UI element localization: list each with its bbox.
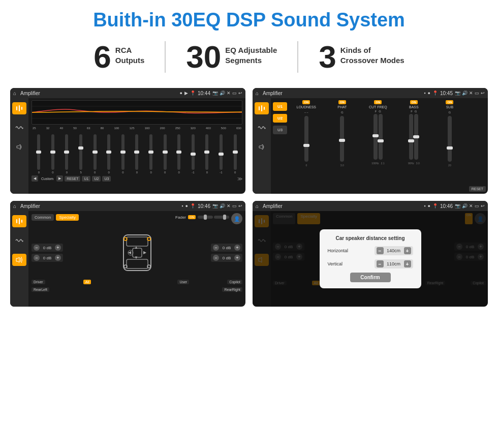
eq-slider-8[interactable]: 0 [145,134,158,174]
svg-rect-10 [19,218,20,224]
rec-icon-4: ▪ [424,203,425,208]
eq-slider-10[interactable]: 0 [173,134,185,174]
sidebar-eq-btn[interactable] [12,102,26,114]
bass-slider-f[interactable] [409,114,413,160]
freq-50: 50 [73,127,77,130]
u1-btn[interactable]: U1 [82,176,90,182]
sidebar-speaker-btn[interactable] [12,141,26,153]
cutfreq-slider-g[interactable] [379,114,383,160]
plus-btn-bl[interactable]: + [55,255,61,261]
eq-slider-12[interactable]: 0 [201,134,213,174]
driver-label[interactable]: Driver [32,280,45,284]
sub-slider[interactable] [448,116,452,162]
sidebar-wave-btn-3[interactable] [12,234,26,247]
minus-btn-br[interactable]: − [213,255,219,261]
horizontal-value: 140cm [386,248,402,253]
eq-slider-5[interactable]: 0 [103,134,115,174]
eq-slider-4[interactable]: 0 [88,134,101,174]
sidebar-wave-btn[interactable] [12,122,26,134]
rear-right-label[interactable]: RearRight [222,287,242,292]
u-buttons: U1 U2 U3 [273,100,287,192]
sidebar-eq-btn-2[interactable] [255,102,269,114]
eq-slider-0[interactable]: 0 [33,134,45,174]
back-icon-4[interactable]: ↩ [481,203,485,208]
rear-labels: RearLeft RearRight [32,286,242,292]
fader-thumb-2[interactable] [223,215,226,220]
eq-slider-14[interactable]: 0 [229,134,241,174]
fader-row: Fader ON [175,215,229,220]
reset-btn-2[interactable]: RESET [469,186,486,192]
home-icon-4[interactable]: ⌂ [256,203,259,209]
back-icon-1[interactable]: ↩ [238,91,242,96]
sidebar-eq-btn-3[interactable] [12,215,26,227]
on-badge-sub: ON [446,100,453,104]
u3-btn[interactable]: U3 [102,176,111,182]
vertical-minus[interactable]: − [377,260,384,267]
u2-button[interactable]: U2 [273,114,287,123]
eq-slider-2[interactable]: 0 [60,134,73,174]
minus-btn-tr[interactable]: − [213,245,219,251]
eq-graph [32,100,242,125]
eq-slider-7[interactable]: 0 [131,134,143,174]
eq-slider-13[interactable]: -1 [215,134,228,174]
user-label[interactable]: User [177,280,189,284]
horizontal-minus[interactable]: − [377,247,384,254]
eq-slider-9[interactable]: 0 [159,134,171,174]
minus-btn-tl[interactable]: − [34,245,40,251]
rec-icon-3: ▪ [181,203,183,208]
screen1-content: 25 32 40 50 63 80 100 125 160 200 250 32… [10,98,245,194]
confirm-button[interactable]: Confirm [350,273,391,282]
vertical-plus[interactable]: + [404,260,411,267]
sq-icon-3: ▭ [232,203,237,208]
u1-button[interactable]: U1 [273,102,287,111]
fader-thumb-1[interactable] [204,215,207,220]
reset-btn[interactable]: RESET [65,176,80,182]
tab-specialty[interactable]: Specialty [56,214,78,221]
sidebar-speaker-btn-2[interactable] [255,141,269,153]
avatar-btn[interactable]: 👤 [231,213,242,224]
horizontal-plus[interactable]: + [404,247,411,254]
eq-slider-6[interactable]: 0 [117,134,130,174]
screen4-title: Amplifier [263,203,422,209]
expand-icon[interactable]: ≫ [237,176,242,182]
sidebar-speaker-btn-3[interactable] [12,254,26,266]
plus-btn-br[interactable]: + [234,255,240,261]
plus-btn-tl[interactable]: + [55,245,61,251]
bass-slider-g[interactable] [414,114,418,160]
eq-slider-11[interactable]: -1 [187,134,200,174]
u2-btn[interactable]: U2 [92,176,101,182]
next-btn[interactable]: ▶ [56,175,63,182]
cutfreq-slider-f[interactable] [374,114,378,160]
home-icon-3[interactable]: ⌂ [13,203,16,209]
eq-slider-3[interactable]: 5 [75,134,87,174]
plus-btn-tr[interactable]: + [234,245,240,251]
eq-slider-1[interactable]: 0 [47,134,59,174]
left-sidebar-2 [253,98,271,194]
fader-track-1[interactable] [198,216,213,219]
cam-icon-2: 📷 [455,91,460,96]
copilot-label[interactable]: Copilot [227,280,242,284]
pin-icon-3: 📍 [190,203,196,208]
fader-sliders [198,216,229,219]
freq-32: 32 [46,127,50,130]
back-icon-2[interactable]: ↩ [481,91,485,96]
rear-left-label[interactable]: RearLeft [32,287,49,292]
prev-btn[interactable]: ◀ [32,175,38,182]
db-val-tr: 0 dB [221,246,233,250]
screen3-content: Common Specialty Fader ON [10,211,245,307]
freq-100: 100 [114,127,119,130]
home-icon-1[interactable]: ⌂ [13,91,16,96]
minus-btn-bl[interactable]: − [34,255,40,261]
phat-slider-g[interactable] [340,116,344,162]
fader-track-2[interactable] [214,216,229,219]
sidebar-wave-btn-2[interactable] [255,122,269,134]
back-icon-3[interactable]: ↩ [238,203,242,208]
loudness-slider[interactable] [304,116,308,162]
all-label[interactable]: All [83,280,91,284]
fader-on-badge: ON [188,215,196,219]
u3-button[interactable]: U3 [273,126,287,134]
stat-label-crossover: Kinds ofCrossover Modes [340,41,404,65]
tab-common[interactable]: Common [32,214,54,221]
vol-icon-2: 🔊 [462,91,468,96]
home-icon-2[interactable]: ⌂ [256,91,259,96]
